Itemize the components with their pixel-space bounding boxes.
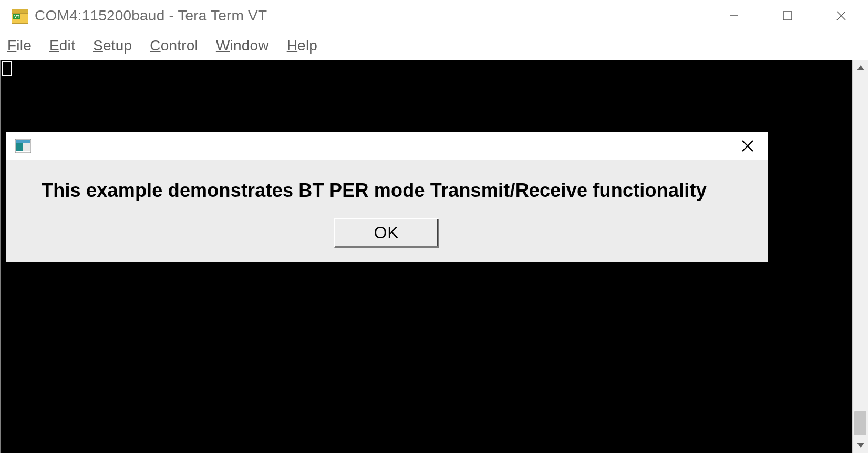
client-area: This example demonstrates BT PER mode Tr… [0, 60, 868, 453]
dialog-app-icon [15, 139, 31, 153]
svg-rect-5 [783, 12, 792, 20]
dialog-message: This example demonstrates BT PER mode Tr… [32, 180, 741, 202]
window-controls [707, 0, 868, 31]
close-button[interactable] [814, 0, 868, 31]
vertical-scrollbar[interactable] [852, 60, 868, 453]
scroll-up-icon[interactable] [853, 60, 868, 76]
dialog-titlebar[interactable] [6, 132, 768, 160]
ok-button[interactable]: OK [334, 218, 439, 248]
dialog-body: This example demonstrates BT PER mode Tr… [6, 160, 768, 262]
terminal-cursor [2, 61, 12, 76]
svg-marker-14 [857, 65, 864, 70]
svg-rect-1 [12, 9, 28, 13]
menu-file[interactable]: File [7, 37, 32, 54]
scroll-thumb[interactable] [854, 411, 866, 435]
scroll-down-icon[interactable] [853, 437, 868, 453]
svg-rect-10 [16, 143, 23, 151]
minimize-button[interactable] [707, 0, 761, 31]
titlebar: VT COM4:115200baud - Tera Term VT [0, 0, 868, 31]
menu-setup[interactable]: Setup [93, 37, 132, 54]
svg-text:VT: VT [14, 14, 19, 19]
terminal[interactable]: This example demonstrates BT PER mode Tr… [0, 60, 852, 453]
maximize-button[interactable] [761, 0, 814, 31]
message-dialog: This example demonstrates BT PER mode Tr… [6, 132, 768, 262]
menu-control[interactable]: Control [150, 37, 198, 54]
menu-window[interactable]: Window [216, 37, 269, 54]
window-title: COM4:115200baud - Tera Term VT [35, 7, 267, 24]
svg-marker-15 [857, 443, 864, 448]
menu-help[interactable]: Help [287, 37, 317, 54]
dialog-button-row: OK [32, 218, 741, 248]
dialog-close-button[interactable] [739, 138, 756, 154]
svg-rect-9 [16, 140, 30, 143]
menu-edit[interactable]: Edit [49, 37, 75, 54]
teraterm-icon: VT [12, 9, 28, 24]
menubar: File Edit Setup Control Window Help [0, 31, 868, 60]
svg-rect-11 [23, 143, 30, 151]
